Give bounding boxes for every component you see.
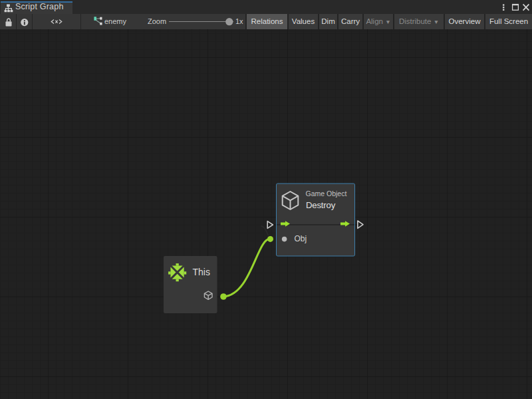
svg-text:Game Object: Game Object — [306, 190, 347, 198]
svg-text:Obj: Obj — [294, 234, 307, 243]
svg-text:This: This — [193, 267, 210, 277]
svg-text:Destroy: Destroy — [306, 200, 336, 210]
